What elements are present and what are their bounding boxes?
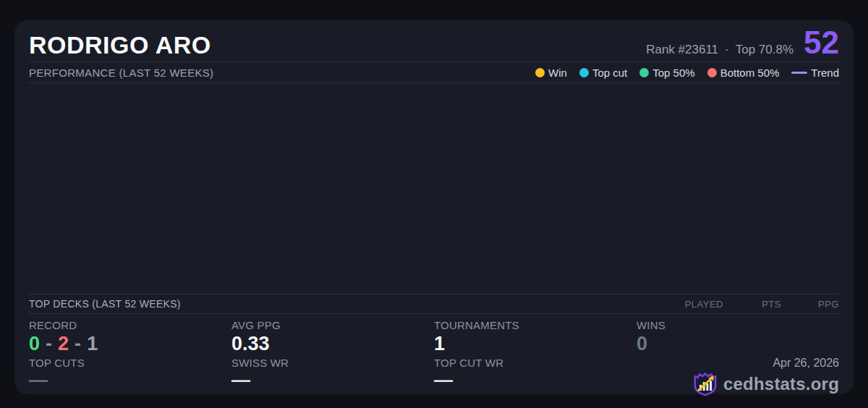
legend-item-top50: Top 50%: [639, 67, 694, 79]
brand-row[interactable]: cedhstats.org: [637, 372, 839, 396]
legend-item-win: Win: [535, 67, 567, 79]
stat-wins: WINS 0: [637, 319, 839, 357]
top-decks-header: TOP DECKS (LAST 52 WEEKS) PLAYED PTS PPG: [29, 294, 839, 314]
avg-ppg-label: AVG PPG: [231, 319, 434, 331]
top-cuts-label: TOP CUTS: [29, 357, 231, 369]
top50-dot-icon: [639, 68, 649, 77]
top-decks-columns: PLAYED PTS PPG: [665, 299, 839, 310]
top-percent-text: Top 70.8%: [736, 43, 793, 57]
player-name: RODRIGO ARO: [29, 33, 211, 57]
record-sep1: -: [46, 333, 53, 354]
footer-date: Apr 26, 2026: [637, 357, 839, 370]
legend-item-top-cut: Top cut: [579, 67, 627, 79]
brand-name: cedhstats.org: [723, 374, 839, 394]
wins-value: 0: [637, 333, 839, 354]
legend-item-trend: Trend: [791, 67, 839, 79]
performance-heading: PERFORMANCE (LAST 52 WEEKS): [29, 67, 213, 79]
rank-text: Rank #23611: [646, 43, 718, 57]
card-footer: Apr 26, 2026 cedhstats.org: [637, 357, 839, 396]
performance-header: PERFORMANCE (LAST 52 WEEKS) Win Top cut …: [29, 62, 839, 83]
swiss-wr-label: SWISS WR: [231, 357, 434, 369]
column-header-pts: PTS: [723, 299, 781, 310]
stat-record: RECORD 0 - 2 - 1: [29, 319, 231, 357]
stats-grid: RECORD 0 - 2 - 1 AVG PPG 0.33 TOURNAMENT…: [29, 314, 839, 396]
legend-label-top50: Top 50%: [652, 67, 694, 79]
rank-separator: ·: [725, 43, 729, 57]
score-value: 52: [804, 30, 839, 56]
card-header: RODRIGO ARO Rank #23611 · Top 70.8% 52: [29, 20, 839, 62]
tournaments-label: TOURNAMENTS: [434, 319, 637, 331]
header-right: Rank #23611 · Top 70.8% 52: [646, 30, 839, 57]
swiss-wr-value: —: [231, 371, 434, 388]
record-draws: 1: [87, 333, 98, 354]
stat-swiss-wr: SWISS WR —: [231, 357, 434, 396]
rank-line: Rank #23611 · Top 70.8%: [646, 43, 793, 57]
top-cuts-value: —: [29, 371, 231, 388]
stat-top-cut-wr: TOP CUT WR —: [434, 357, 637, 396]
tournaments-value: 1: [434, 333, 637, 354]
legend-label-win: Win: [548, 67, 567, 79]
win-dot-icon: [535, 68, 545, 77]
legend-label-bottom50: Bottom 50%: [720, 67, 780, 79]
legend-label-trend: Trend: [811, 67, 839, 79]
record-losses: 2: [58, 333, 69, 354]
top-cut-dot-icon: [579, 68, 589, 77]
avg-ppg-value: 0.33: [231, 333, 434, 354]
stat-tournaments: TOURNAMENTS 1: [434, 319, 637, 357]
column-header-ppg: PPG: [781, 299, 839, 310]
cedhstats-logo-icon: [693, 372, 718, 396]
player-stats-card: RODRIGO ARO Rank #23611 · Top 70.8% 52 P…: [14, 20, 854, 394]
bottom50-dot-icon: [707, 68, 717, 77]
chart-legend: Win Top cut Top 50% Bottom 50% Trend: [535, 67, 839, 79]
legend-label-top-cut: Top cut: [592, 67, 627, 79]
top-decks-heading: TOP DECKS (LAST 52 WEEKS): [29, 298, 181, 310]
record-label: RECORD: [29, 319, 231, 331]
stat-top-cuts: TOP CUTS —: [29, 357, 231, 396]
top-cut-wr-label: TOP CUT WR: [434, 357, 637, 369]
column-header-played: PLAYED: [665, 299, 723, 310]
performance-chart-area: [29, 83, 839, 294]
record-value: 0 - 2 - 1: [29, 333, 231, 354]
record-sep2: -: [75, 333, 82, 354]
legend-item-bottom50: Bottom 50%: [707, 67, 780, 79]
stat-avg-ppg: AVG PPG 0.33: [231, 319, 434, 357]
record-wins: 0: [29, 333, 41, 354]
trend-line-icon: [791, 72, 807, 74]
top-cut-wr-value: —: [434, 371, 637, 388]
wins-label: WINS: [637, 319, 839, 331]
